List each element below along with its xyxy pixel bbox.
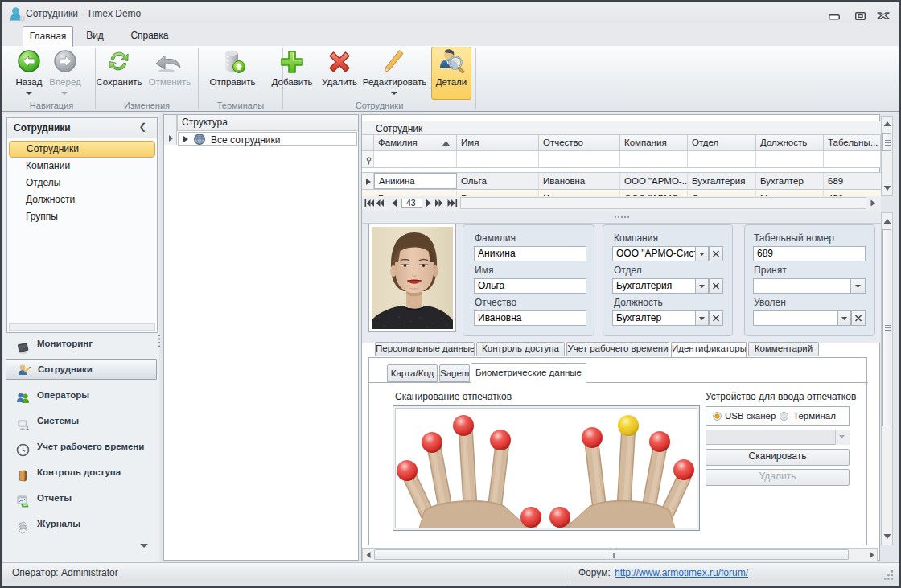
- svg-text:43: 43: [406, 199, 416, 208]
- svg-text:1: 1: [26, 425, 29, 430]
